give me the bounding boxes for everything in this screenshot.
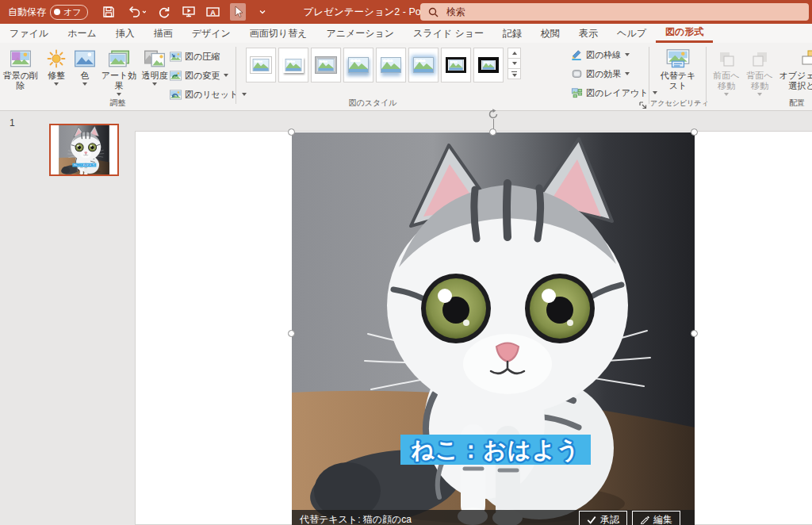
autosave-label: 自動保存 [8, 6, 46, 19]
tab-help[interactable]: ヘルプ [607, 24, 656, 43]
picture-effects-dropdown-icon [625, 72, 630, 75]
send-backward-dropdown-icon [757, 93, 762, 96]
selection-handle-top-left[interactable] [288, 128, 295, 136]
slide-number: 1 [10, 117, 15, 128]
undo-button[interactable] [125, 3, 147, 21]
tab-file[interactable]: ファイル [0, 24, 58, 43]
quick-access-toolbar: A [101, 3, 270, 21]
tab-design[interactable]: デザイン [182, 24, 240, 43]
group-label-adjust: 調整 [0, 98, 236, 109]
group-adjust: 背景の削除 修整 色 アート効果 [0, 43, 236, 110]
transparency-icon [144, 47, 165, 71]
tab-picture-format[interactable]: 図の形式 [656, 24, 713, 43]
autosave-toggle[interactable]: 自動保存 オフ [8, 5, 88, 20]
group-divider [649, 47, 649, 104]
chevron-down-icon [259, 9, 266, 15]
alt-text-icon [666, 47, 690, 71]
group-accessibility: 代替テキスト アクセシビリティ [650, 43, 706, 110]
picture-style-reflected[interactable] [376, 48, 406, 82]
group-label-picture-styles: 図のスタイル [238, 98, 508, 109]
selection-handle-middle-left[interactable] [288, 330, 295, 337]
remove-background-icon [10, 47, 31, 71]
picture-border-button[interactable]: 図の枠線 [571, 47, 630, 63]
picture-style-double-frame-black[interactable] [441, 48, 471, 82]
group-label-accessibility: アクセシビリティ [650, 98, 706, 109]
corrections-icon [47, 47, 66, 71]
pencil-icon [640, 515, 649, 524]
redo-button[interactable] [156, 3, 172, 21]
slideshow-icon [182, 6, 195, 18]
group-arrange: 前面へ移動 背面へ移動 オブジェクトの選択と表示 配置 [707, 43, 812, 110]
picture-layout-icon [571, 87, 583, 98]
search-icon [428, 7, 439, 17]
bring-forward-dropdown-icon [724, 93, 729, 96]
save-button[interactable] [101, 3, 117, 21]
picture-style-simple-frame[interactable] [246, 48, 276, 82]
gallery-more-button[interactable] [508, 68, 521, 79]
subtitles-icon: A [206, 6, 220, 18]
bring-forward-icon [717, 47, 736, 71]
tab-view[interactable]: 表示 [569, 24, 607, 43]
rotate-icon [487, 108, 500, 121]
powerpoint-window: ねこ：おはよう 自動保存 オフ [0, 0, 812, 525]
tab-insert[interactable]: 挿入 [106, 24, 144, 43]
alt-text-review-bar: 代替テキスト: 猫の顔のca 承認 編集 [292, 510, 695, 525]
rotation-handle[interactable] [487, 108, 500, 124]
tab-slideshow[interactable]: スライド ショー [404, 24, 493, 43]
tab-record[interactable]: 記録 [493, 24, 531, 43]
color-dropdown-icon [82, 82, 87, 86]
picture-styles-gallery [246, 48, 504, 82]
search-input[interactable] [445, 6, 809, 18]
change-picture-button[interactable]: 図の変更 [170, 67, 228, 83]
tab-review[interactable]: 校閲 [531, 24, 569, 43]
redo-icon [158, 6, 170, 18]
transparency-button[interactable]: 透明度 [141, 47, 168, 86]
tab-animations[interactable]: アニメーション [316, 24, 404, 43]
gallery-scroll-up-button[interactable] [508, 48, 521, 59]
selection-handle-top-center[interactable] [489, 128, 496, 136]
slide-thumbnail[interactable] [49, 124, 119, 176]
picture-style-beveled-white[interactable] [278, 48, 308, 82]
tab-draw[interactable]: 描画 [144, 24, 182, 43]
picture-style-soft-edge[interactable] [408, 48, 439, 82]
selection-pane-button[interactable]: オブジェクトの選択と表示 [777, 47, 812, 91]
bring-forward-button: 前面へ移動 [710, 47, 742, 96]
compress-pictures-button[interactable]: 図の圧縮 [170, 48, 220, 64]
start-slideshow-button[interactable] [181, 3, 197, 21]
alt-text-edit-button[interactable]: 編集 [632, 511, 680, 525]
picture-style-thick-frame-black[interactable] [473, 48, 504, 82]
select-tool-button[interactable] [230, 3, 246, 21]
search-box[interactable] [420, 3, 809, 21]
picture-border-icon [571, 49, 583, 60]
qat-more-button[interactable] [255, 3, 270, 21]
remove-background-button[interactable]: 背景の削除 [2, 47, 40, 91]
group-picture-styles: 図の枠線 図の効果 図のレイアウト 図のスタイル [238, 43, 569, 110]
autosave-pill: オフ [50, 5, 88, 20]
picture-effects-button[interactable]: 図の効果 [571, 66, 630, 82]
selection-handle-middle-right[interactable] [691, 330, 698, 337]
change-picture-dropdown-icon [224, 74, 228, 77]
picture-style-metal-frame[interactable] [311, 48, 341, 82]
corrections-button[interactable]: 修整 [41, 47, 71, 86]
ribbon-tab-row: ファイル ホーム 挿入 描画 デザイン 画面切り替え アニメーション スライド … [0, 24, 812, 43]
group-divider [236, 47, 236, 104]
selection-handle-top-right[interactable] [691, 128, 698, 136]
change-picture-icon [170, 71, 182, 81]
selected-picture[interactable] [292, 132, 695, 525]
transparency-dropdown-icon [152, 82, 157, 86]
alt-text-button[interactable]: 代替テキスト [659, 47, 697, 91]
color-button[interactable]: 色 [73, 47, 97, 86]
gallery-scroll-down-button[interactable] [508, 58, 521, 69]
tab-home[interactable]: ホーム [58, 24, 106, 43]
picture-effects-icon [571, 68, 583, 79]
subtitles-button[interactable]: A [205, 3, 221, 21]
alt-text-review-label: 代替テキスト: 猫の顔のca [300, 513, 412, 525]
slide-thumbnail-image [59, 125, 109, 174]
cat-picture [292, 132, 695, 525]
artistic-effects-button[interactable]: アート効果 [98, 47, 140, 96]
alt-text-approve-button[interactable]: 承認 [579, 511, 627, 525]
tab-transitions[interactable]: 画面切り替え [240, 24, 317, 43]
compress-pictures-icon [170, 52, 182, 62]
ribbon: 背景の削除 修整 色 アート効果 [0, 43, 812, 111]
picture-style-drop-shadow[interactable] [343, 48, 373, 82]
